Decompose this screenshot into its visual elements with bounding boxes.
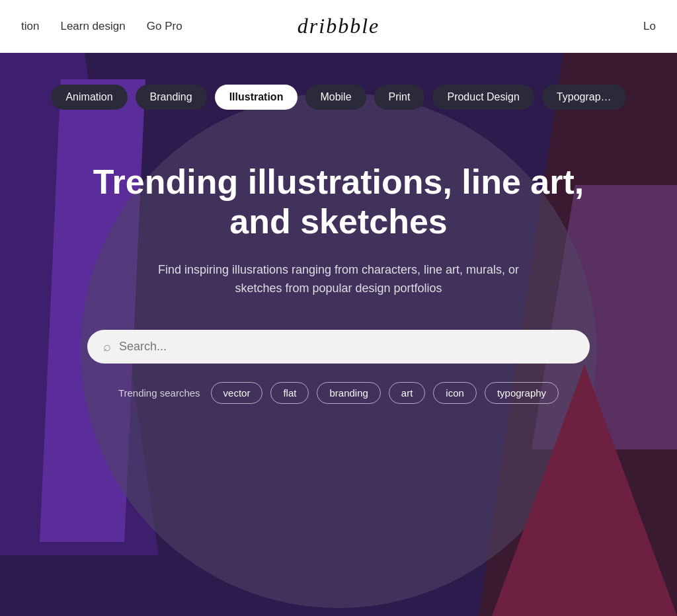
category-product-design[interactable]: Product Design xyxy=(432,85,534,110)
search-container: ⌕ xyxy=(87,330,590,364)
trending-vector[interactable]: vector xyxy=(211,382,263,404)
category-typography[interactable]: Typograp… xyxy=(542,85,626,110)
category-print[interactable]: Print xyxy=(374,85,425,110)
dribbble-logo[interactable]: dribbble xyxy=(298,14,379,38)
trending-flat[interactable]: flat xyxy=(270,382,309,404)
trending-typography[interactable]: typography xyxy=(485,382,559,404)
trending-branding[interactable]: branding xyxy=(317,382,380,404)
nav-partial-item[interactable]: tion xyxy=(21,20,39,33)
search-icon: ⌕ xyxy=(103,339,111,354)
category-mobile[interactable]: Mobile xyxy=(305,85,366,110)
navbar: tion Learn design Go Pro dribbble Lo xyxy=(0,0,677,53)
hero-title: Trending illustrations, line art, and sk… xyxy=(66,163,611,242)
category-bar: Animation Branding Illustration Mobile P… xyxy=(38,85,639,110)
search-bar: ⌕ xyxy=(87,330,590,364)
nav-learn-design[interactable]: Learn design xyxy=(60,20,125,33)
search-input[interactable] xyxy=(119,340,574,354)
trending-icon[interactable]: icon xyxy=(433,382,477,404)
category-animation[interactable]: Animation xyxy=(51,85,127,110)
hero-subtitle: Find inspiring illusrations ranging from… xyxy=(134,260,543,299)
nav-login[interactable]: Lo xyxy=(643,20,656,33)
trending-label: Trending searches xyxy=(118,387,200,399)
category-illustration[interactable]: Illustration xyxy=(215,85,298,110)
navbar-left: tion Learn design Go Pro xyxy=(21,20,182,33)
trending-art[interactable]: art xyxy=(389,382,426,404)
hero-content: Trending illustrations, line art, and sk… xyxy=(0,163,677,330)
nav-go-pro[interactable]: Go Pro xyxy=(147,20,182,33)
trending-container: Trending searches vector flat branding a… xyxy=(118,382,559,404)
category-branding[interactable]: Branding xyxy=(136,85,207,110)
hero-section: Animation Branding Illustration Mobile P… xyxy=(0,53,677,616)
